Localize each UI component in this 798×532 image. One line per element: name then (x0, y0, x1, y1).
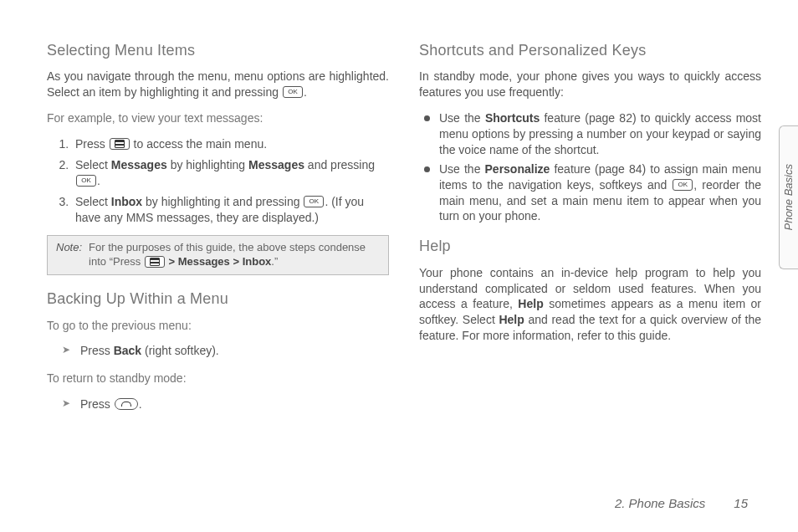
text: Press (80, 344, 114, 357)
footer-section: 2. Phone Basics (615, 495, 705, 512)
right-column: Shortcuts and Personalized Keys In stand… (419, 40, 761, 424)
heading-selecting-menu: Selecting Menu Items (47, 40, 389, 60)
heading-help: Help (419, 236, 761, 256)
text: Press (80, 397, 114, 411)
bold: Help (518, 297, 543, 310)
ok-key-icon: OK (283, 86, 303, 98)
page-footer: 2. Phone Basics 15 (615, 495, 748, 512)
text: Use the (439, 162, 485, 176)
steps-list: Press to access the main menu. Select Me… (47, 136, 389, 225)
sep: > (230, 255, 243, 268)
bold: Personalize (485, 162, 550, 176)
bold: Shortcuts (485, 111, 540, 125)
para-help: Your phone contains an in-device help pr… (419, 265, 761, 344)
text: to access the main menu. (130, 137, 267, 151)
text: As you navigate through the menu, menu o… (47, 69, 389, 99)
text: (right softkey). (141, 344, 219, 357)
para-shortcuts-intro: In standby mode, your phone gives you wa… (419, 69, 761, 100)
para-standby: To return to standby mode: (47, 371, 389, 386)
text: Select (75, 195, 111, 208)
side-tab-label: Phone Basics (781, 164, 796, 231)
page-body: Selecting Menu Items As you navigate thr… (0, 0, 798, 424)
menu-key-icon (110, 138, 130, 150)
para-intro: As you navigate through the menu, menu o… (47, 69, 389, 100)
bullet-shortcuts: Use the Shortcuts feature (page 82) to q… (419, 110, 761, 158)
text: . (139, 397, 142, 411)
text: by highlighting (167, 158, 248, 171)
text: Use the (439, 111, 485, 125)
bold: Messages (248, 158, 304, 171)
sep: > (166, 255, 178, 268)
left-column: Selecting Menu Items As you navigate thr… (47, 40, 389, 424)
bold: Help (499, 313, 524, 326)
heading-backing-up: Backing Up Within a Menu (47, 289, 389, 309)
text: Press (75, 137, 109, 151)
side-tab: Phone Basics (779, 125, 798, 269)
end-action: Press . (65, 396, 389, 412)
step-3: Select Inbox by highlighting it and pres… (72, 194, 389, 226)
end-key-icon (115, 398, 138, 410)
text: .” (271, 255, 278, 268)
ok-key-icon: OK (304, 196, 324, 207)
para-prev-menu: To go to the previous menu: (47, 318, 389, 334)
footer-page-number: 15 (734, 495, 748, 512)
step-2: Select Messages by highlighting Messages… (72, 157, 389, 189)
back-action-list: Press Back (right softkey). (47, 343, 389, 359)
text: and pressing (304, 158, 375, 171)
para-example-lead: For example, to view your text messages: (47, 110, 389, 126)
ok-key-icon: OK (76, 175, 96, 187)
step-1: Press to access the main menu. (72, 136, 389, 152)
note-label: Note: (56, 241, 82, 269)
shortcuts-list: Use the Shortcuts feature (page 82) to q… (419, 110, 761, 224)
bold: Inbox (111, 195, 142, 208)
note-text: For the purposes of this guide, the abov… (89, 241, 380, 269)
text: . (97, 174, 100, 187)
bold: Messages (178, 255, 230, 268)
bullet-personalize: Use the Personalize feature (page 84) to… (419, 161, 761, 225)
back-action: Press Back (right softkey). (65, 343, 389, 359)
menu-key-icon (145, 256, 165, 268)
text: Select (75, 158, 111, 171)
heading-shortcuts: Shortcuts and Personalized Keys (419, 40, 761, 60)
ok-key-icon: OK (673, 179, 693, 191)
bold: Back (114, 344, 141, 357)
bold: Messages (111, 158, 167, 171)
text: by highlighting it and pressing (142, 195, 303, 208)
note-box: Note: For the purposes of this guide, th… (47, 235, 389, 275)
end-action-list: Press . (47, 396, 389, 412)
bold: Inbox (243, 255, 272, 268)
text: . (304, 85, 307, 99)
